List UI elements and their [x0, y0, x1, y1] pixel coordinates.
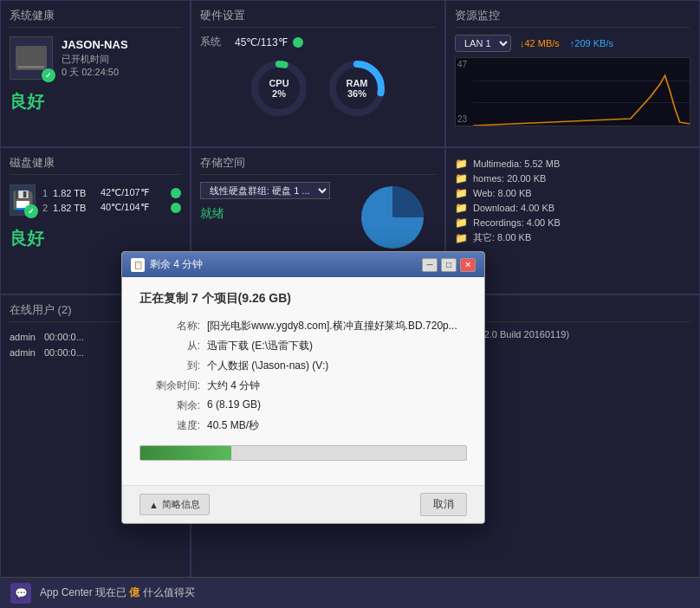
status-suffix: 什么值得买: [143, 586, 195, 598]
ram-label: RAM 36%: [346, 78, 367, 99]
graph-label-top: 47: [457, 60, 467, 69]
folder-icon-1: 📁: [455, 158, 468, 170]
disk-rows: 1 1.82 TB 42℃/107℉ 2 1.82 TB 40℃/104℉: [42, 184, 181, 217]
name-value: [阳光电影www.ygdy8.com].横冲直撞好莱坞.BD.720p...: [207, 319, 467, 333]
maximize-button[interactable]: □: [441, 258, 457, 272]
status-icon: 💬: [10, 583, 31, 604]
copy-dialog: 📋 剩余 4 分钟 ─ □ ✕ 正在复制 7 个项目(9.26 GB) 名称: …: [121, 251, 485, 524]
summary-button[interactable]: ▲ 简略信息: [139, 494, 210, 515]
resource-gauges: CPU 2% RAM 36%: [200, 58, 436, 119]
dialog-body: 正在复制 7 个项目(9.26 GB) 名称: [阳光电影www.ygdy8.c…: [122, 277, 484, 485]
disk-device-info: 💾 ✓ 1 1.82 TB 42℃/107℉ 2 1.82 TB 40℃/104…: [10, 184, 181, 217]
hardware-title: 硬件设置: [200, 8, 436, 28]
status-bar: 💬 App Center 现在已 億 什么值得买: [0, 577, 700, 608]
device-icon-box: ✓: [10, 36, 53, 80]
disk-num-2: 2: [42, 203, 53, 213]
volume-select[interactable]: 线性硬盘群组: 硬盘 1 ...: [200, 182, 330, 199]
cpu-gauge-container: CPU 2%: [249, 58, 309, 119]
nas-icon: [16, 46, 47, 70]
folder-name-6: 其它: 8.00 KB: [473, 231, 531, 244]
disk-status-good: 良好: [10, 227, 181, 250]
speed-value: 40.5 MB/秒: [207, 418, 467, 433]
to-value: 个人数据 (\Jason-nas) (V:): [207, 359, 467, 373]
minimize-button[interactable]: ─: [422, 258, 438, 272]
dialog-header: 正在复制 7 个项目(9.26 GB): [139, 291, 467, 307]
hardware-panel: 硬件设置 系统 45℃/113℉ CPU 2%: [191, 0, 445, 147]
resource-title: 资源监控: [455, 8, 690, 28]
device-info: ✓ JASON-NAS 已开机时间 0 天 02:24:50: [10, 36, 181, 80]
disk-icon-box: 💾 ✓: [10, 184, 36, 216]
disk-status-2: [171, 203, 181, 213]
cpu-percent: 2%: [269, 88, 288, 99]
network-graph: 47 23: [455, 57, 690, 126]
cpu-title: CPU: [269, 78, 288, 88]
network-header: LAN 1 ↓42 MB/s ↑209 KB/s: [455, 35, 690, 52]
graph-labels: 47 23: [457, 58, 467, 126]
system-status: 良好: [10, 90, 181, 113]
system-health-title: 系统健康: [10, 8, 181, 28]
disk-temp-1: 42℃/107℉: [100, 187, 165, 198]
dialog-footer: ▲ 简略信息 取消: [122, 485, 484, 523]
from-value: 迅雷下载 (E:\迅雷下载): [207, 339, 467, 353]
name-label: 名称:: [139, 319, 200, 333]
remaining-value: 大约 4 分钟: [207, 378, 467, 393]
summary-label: 简略信息: [162, 498, 200, 511]
disk-size-1: 1.82 TB: [53, 188, 100, 198]
user-time-2: 00:00:0...: [44, 347, 84, 358]
close-button[interactable]: ✕: [460, 258, 476, 272]
user-name-1: admin: [10, 332, 36, 342]
folder-row-1: 📁 Multimedia: 5.52 MB: [455, 158, 690, 170]
storage-pie-chart: [358, 183, 427, 255]
user-name-2: admin: [10, 347, 36, 358]
folder-row-5: 📁 Recordings: 4.00 KB: [455, 217, 690, 229]
items-value: 6 (8.19 GB): [207, 398, 467, 413]
dialog-app-icon: 📋: [131, 258, 145, 272]
folder-row-6: 📁 其它: 8.00 KB: [455, 231, 690, 244]
lan-select[interactable]: LAN 1: [455, 35, 511, 52]
device-check-badge: ✓: [42, 68, 55, 82]
net-speeds: ↓42 MB/s ↑209 KB/s: [520, 38, 613, 49]
disk-row-2: 2 1.82 TB 40℃/104℉: [42, 202, 181, 213]
to-label: 到:: [139, 359, 200, 373]
uptime-label: 已开机时间: [62, 53, 128, 66]
disk-check-badge: ✓: [24, 204, 38, 218]
folder-name-1: Multimedia: 5.52 MB: [473, 158, 560, 169]
ram-percent: 36%: [346, 88, 367, 99]
dialog-title-left: 📋 剩余 4 分钟: [131, 257, 203, 272]
graph-label-bottom: 23: [457, 114, 467, 124]
system-label: 系统: [200, 35, 235, 49]
cpu-label: CPU 2%: [269, 78, 288, 99]
system-temp-row: 系统 45℃/113℉: [200, 35, 436, 49]
remaining-label: 剩余时间:: [139, 378, 200, 393]
device-name: JASON-NAS: [62, 38, 128, 51]
folder-icon-6: 📁: [455, 232, 468, 244]
upload-speed: ↑209 KB/s: [570, 38, 613, 49]
temp-status-dot: [293, 37, 303, 48]
system-health-panel: 系统健康 ✓ JASON-NAS 已开机时间 0 天 02:24:50 良好: [0, 0, 191, 147]
disk-row-1: 1 1.82 TB 42℃/107℉: [42, 187, 181, 198]
folder-name-4: Download: 4.00 KB: [473, 203, 554, 213]
dialog-info: 名称: [阳光电影www.ygdy8.com].横冲直撞好莱坞.BD.720p.…: [139, 319, 467, 433]
folder-icon-2: 📁: [455, 172, 468, 184]
folder-icon-5: 📁: [455, 217, 468, 229]
progress-fill: [140, 446, 231, 460]
ram-gauge-container: RAM 36%: [327, 58, 387, 119]
folder-row-2: 📁 homes: 20.00 KB: [455, 172, 690, 184]
chevron-icon: ▲: [149, 500, 159, 510]
disk-size-2: 1.82 TB: [53, 203, 100, 213]
ram-gauge: RAM 36%: [327, 58, 387, 119]
status-text: App Center 现在已 億 什么值得买: [40, 585, 195, 600]
status-highlight: 億: [129, 586, 139, 598]
disk-status-1: [171, 188, 181, 198]
uptime-value: 0 天 02:24:50: [62, 66, 128, 79]
download-speed: ↓42 MB/s: [520, 38, 560, 49]
folder-name-3: Web: 8.00 KB: [473, 188, 532, 198]
progress-bar: [139, 445, 467, 461]
folder-row-4: 📁 Download: 4.00 KB: [455, 202, 690, 214]
speed-label: 速度:: [139, 418, 200, 433]
folder-name-5: Recordings: 4.00 KB: [473, 217, 561, 228]
from-label: 从:: [139, 339, 200, 353]
dialog-controls[interactable]: ─ □ ✕: [422, 258, 476, 272]
resource-panel: 资源监控 LAN 1 ↓42 MB/s ↑209 KB/s 47 23: [445, 0, 700, 147]
cancel-button[interactable]: 取消: [420, 493, 467, 516]
